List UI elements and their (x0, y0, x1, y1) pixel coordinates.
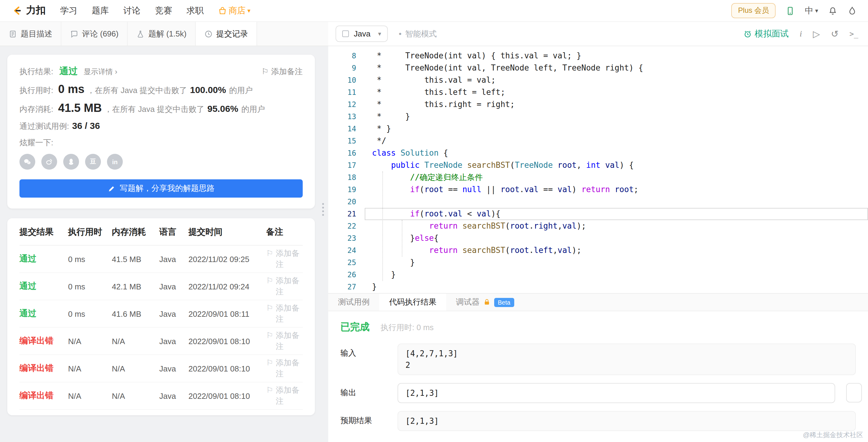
watermark: @稀土掘金技术社区 (803, 431, 863, 440)
notifications-button[interactable] (828, 6, 838, 16)
write-solution-label: 写题解，分享我的解题思路 (120, 183, 215, 194)
nav-item-problems[interactable]: 题库 (92, 5, 109, 16)
chevron-down-icon: ▾ (815, 7, 818, 14)
col-language: 语言 (159, 227, 188, 238)
smart-mode-toggle[interactable]: • 智能模式 (399, 28, 437, 39)
code-line: 16class Solution { (328, 147, 868, 159)
code-text: class Solution { (365, 147, 868, 159)
store-icon (218, 6, 227, 15)
nav-item-jobs[interactable]: 求职 (187, 5, 204, 16)
submissions-header: 提交结果 执行用时 内存消耗 语言 提交时间 备注 (20, 219, 303, 246)
code-line: 21 if(root.val < val){ (328, 208, 868, 220)
code-line: 25 } (328, 257, 868, 269)
nav-item-learn[interactable]: 学习 (60, 5, 77, 16)
submission-status[interactable]: 编译出错 (20, 335, 68, 347)
submission-row[interactable]: 通过0 ms41.5 MBJava2022/11/02 09:25⚐添加备注 (20, 246, 303, 273)
col-runtime: 执行用时 (68, 227, 112, 238)
submission-memory: 42.1 MB (112, 282, 159, 291)
submission-row[interactable]: 通过0 ms42.1 MBJava2022/11/02 09:24⚐添加备注 (20, 273, 303, 300)
language-select-value: Java (354, 29, 370, 38)
line-number: 19 (328, 184, 365, 196)
language-label: 中 (805, 5, 813, 16)
language-select[interactable]: Java ▾ (336, 26, 388, 42)
code-line: 27} (328, 281, 868, 293)
submission-language: Java (159, 309, 188, 318)
add-note-button[interactable]: ⚐添加备注 (266, 357, 303, 379)
tab-solutions[interactable]: 题解 (1.5k) (128, 22, 196, 46)
code-editor[interactable]: 8 * TreeNode(int val) { this.val = val; … (328, 46, 868, 293)
submissions-body: 通过0 ms41.5 MBJava2022/11/02 09:25⚐添加备注通过… (20, 246, 303, 410)
plus-member-button[interactable]: Plus 会员 (732, 3, 776, 18)
douban-share-button[interactable]: 豆 (85, 154, 101, 170)
tab-submissions[interactable]: 提交记录 (196, 22, 257, 46)
submission-language: Java (159, 282, 188, 291)
run-button[interactable]: ▷ (813, 28, 820, 39)
code-line: 13 * } (328, 111, 868, 123)
problem-tabbar: 题目描述 评论 (696) 题解 (1.5k) 提交记录 (0, 22, 328, 46)
memory-label: 内存消耗: (20, 104, 53, 115)
write-solution-button[interactable]: 写题解，分享我的解题思路 (20, 179, 303, 198)
line-number: 27 (328, 281, 365, 293)
submission-status[interactable]: 通过 (20, 254, 68, 264)
add-note-button[interactable]: ⚐添加备注 (266, 385, 303, 407)
submission-status[interactable]: 通过 (20, 281, 68, 292)
weibo-icon (45, 157, 54, 166)
nav-item-discuss[interactable]: 讨论 (123, 5, 141, 16)
code-text: if(root.val < val){ (365, 208, 868, 220)
language-switcher[interactable]: 中 ▾ (805, 5, 818, 16)
add-note-button[interactable]: ⚐添加备注 (266, 248, 303, 270)
submission-row[interactable]: 编译出错N/AN/AJava2022/09/01 08:10⚐添加备注 (20, 382, 303, 410)
reset-code-button[interactable]: ↺ (831, 28, 839, 39)
submission-row[interactable]: 通过0 ms41.6 MBJava2022/09/01 08:11⚐添加备注 (20, 300, 303, 328)
add-note-label: 添加备注 (276, 303, 303, 325)
code-text: } (365, 281, 868, 293)
submission-status[interactable]: 编译出错 (20, 390, 68, 401)
submission-memory: 41.6 MB (112, 309, 159, 318)
submission-status[interactable]: 通过 (20, 308, 68, 319)
submission-status[interactable]: 编译出错 (20, 363, 68, 374)
tab-comments[interactable]: 评论 (696) (61, 22, 128, 46)
add-note-button[interactable]: ⚐添加备注 (266, 275, 303, 297)
show-details-link[interactable]: 显示详情 › (84, 67, 117, 77)
console-row-label: 预期结果 (340, 411, 398, 431)
qq-share-button[interactable] (63, 154, 79, 170)
mobile-app-button[interactable] (785, 6, 795, 16)
panel-splitter[interactable] (322, 203, 324, 216)
col-result: 提交结果 (20, 227, 68, 238)
leetcode-logo-icon (11, 5, 23, 17)
code-text: if(root == null || root.val == val) retu… (365, 184, 868, 196)
info-icon[interactable]: i (800, 29, 802, 39)
submission-runtime: N/A (68, 364, 112, 373)
add-note-button[interactable]: ⚐添加备注 (266, 330, 303, 352)
nav-item-contest[interactable]: 竞赛 (155, 5, 172, 16)
streak-button[interactable] (847, 6, 857, 16)
submission-runtime: N/A (68, 391, 112, 400)
console-extra-box (846, 383, 862, 403)
code-line: 9 * TreeNode(int val, TreeNode left, Tre… (328, 62, 868, 74)
linkedin-share-button[interactable]: in (107, 154, 123, 170)
result-status[interactable]: 通过 (59, 66, 78, 77)
line-number: 22 (328, 220, 365, 232)
line-number: 20 (328, 196, 365, 208)
tab-debugger[interactable]: 调试器 Beta (446, 294, 524, 311)
add-note-button[interactable]: ⚐ 添加备注 (262, 66, 303, 77)
terminal-toggle-button[interactable]: >_ (849, 29, 858, 38)
nav-item-store[interactable]: 商店 ▾ (218, 5, 250, 16)
submission-language: Java (159, 364, 188, 373)
leetcode-logo[interactable]: 力扣 (11, 4, 45, 17)
tab-testcase[interactable]: 测试用例 (328, 294, 379, 311)
tab-run-result[interactable]: 代码执行结果 (379, 294, 446, 311)
tab-description[interactable]: 题目描述 (0, 22, 61, 46)
weibo-share-button[interactable] (41, 154, 57, 170)
submission-row[interactable]: 编译出错N/AN/AJava2022/09/01 08:10⚐添加备注 (20, 328, 303, 355)
submission-language: Java (159, 336, 188, 346)
add-note-button[interactable]: ⚐添加备注 (266, 303, 303, 325)
mock-interview-button[interactable]: 模拟面试 (743, 28, 789, 39)
code-line: 20 (328, 196, 868, 208)
wechat-share-button[interactable] (20, 154, 35, 170)
submission-row[interactable]: 编译出错N/AN/AJava2022/09/01 08:10⚐添加备注 (20, 355, 303, 382)
chevron-down-icon: ▾ (378, 30, 381, 37)
testcase-label: 通过测试用例: (20, 121, 69, 132)
clock-icon (204, 29, 213, 38)
beat-suffix: 的用户 (229, 85, 253, 96)
